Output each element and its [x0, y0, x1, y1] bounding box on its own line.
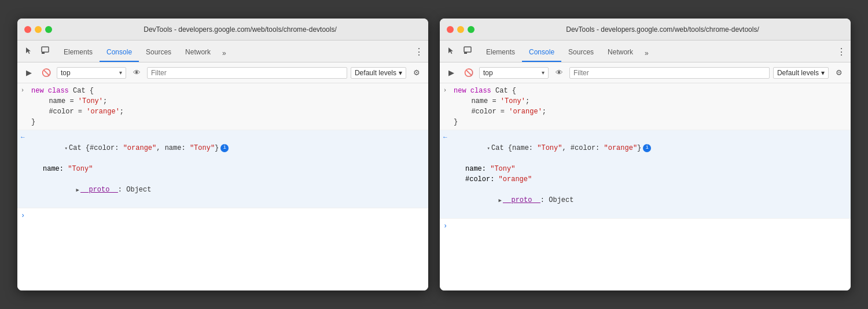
window-title-right: DevTools - developers.google.com/web/too…: [481, 25, 844, 34]
close-button-left[interactable]: [24, 26, 31, 33]
inspect-icon[interactable]: [38, 43, 52, 57]
title-bar-left: DevTools - developers.google.com/web/too…: [17, 19, 428, 41]
info-icon-right[interactable]: i: [643, 144, 651, 152]
filter-area-right: [569, 67, 770, 79]
traffic-lights-right: [447, 26, 475, 33]
cursor-icon[interactable]: [22, 43, 36, 57]
devtools-menu-left[interactable]: ⋮: [414, 46, 424, 62]
tab-icons-right: [444, 43, 475, 62]
tab-elements-left[interactable]: Elements: [57, 43, 100, 62]
tab-icons-left: [22, 43, 52, 62]
proto-arrow-left: ▶: [76, 187, 79, 193]
svg-rect-0: [42, 47, 49, 52]
maximize-button-left[interactable]: [45, 26, 52, 33]
more-tabs-left[interactable]: »: [218, 45, 231, 62]
console-entry-output-left: ← ▾Cat {#color: "orange", name: "Tony"}i…: [17, 130, 428, 208]
eye-icon[interactable]: 👁: [130, 66, 144, 80]
devtools-window-right: DevTools - developers.google.com/web/too…: [440, 19, 851, 290]
input-arrow-icon-left: ›: [21, 86, 24, 95]
tab-bar-right: Elements Console Sources Network » ⋮: [440, 41, 851, 62]
levels-arrow-icon: ▾: [399, 69, 402, 77]
traffic-lights-left: [24, 26, 52, 33]
collapse-arrow-right: ▾: [487, 146, 490, 152]
collapse-arrow-left: ▾: [65, 146, 68, 152]
svg-rect-2: [464, 47, 471, 52]
console-entry-input-right: › new class Cat { name = 'Tony'; #color …: [440, 83, 851, 130]
devtools-menu-right[interactable]: ⋮: [837, 46, 846, 62]
context-selector-left[interactable]: top ▾: [57, 67, 126, 79]
info-icon-left[interactable]: i: [220, 144, 229, 152]
tab-bar-left: Elements Console Sources Network » ⋮: [17, 41, 428, 62]
output-marker-left: ←: [21, 133, 25, 142]
settings-icon[interactable]: ⚙: [410, 66, 424, 80]
levels-arrow-icon-right: ▾: [821, 69, 825, 77]
levels-dropdown-left[interactable]: Default levels ▾: [351, 67, 406, 79]
console-entry-input-left: › new class Cat { name = 'Tony'; #color …: [17, 83, 428, 130]
run-script-icon-right[interactable]: ▶: [444, 66, 458, 80]
close-button-right[interactable]: [447, 26, 454, 33]
console-prompt-left[interactable]: ›: [17, 208, 428, 215]
tab-console-left[interactable]: Console: [100, 43, 139, 62]
filter-input-left[interactable]: [151, 69, 343, 77]
title-bar-right: DevTools - developers.google.com/web/too…: [440, 19, 851, 41]
run-script-icon[interactable]: ▶: [22, 66, 36, 80]
maximize-button-right[interactable]: [468, 26, 475, 33]
clear-console-icon-right[interactable]: 🚫: [462, 66, 476, 80]
tab-sources-right[interactable]: Sources: [561, 43, 601, 62]
prompt-chevron-left: ›: [21, 212, 25, 220]
levels-dropdown-right[interactable]: Default levels ▾: [773, 67, 829, 79]
proto-arrow-right: ▶: [499, 198, 502, 204]
inspect-icon-right[interactable]: [461, 43, 475, 57]
console-content-right[interactable]: › new class Cat { name = 'Tony'; #color …: [440, 83, 851, 290]
context-arrow-icon-right: ▾: [542, 69, 545, 76]
eye-icon-right[interactable]: 👁: [552, 66, 566, 80]
context-selector-right[interactable]: top ▾: [479, 67, 549, 79]
minimize-button-right[interactable]: [457, 26, 464, 33]
filter-input-right[interactable]: [573, 69, 766, 77]
console-entry-output-right: ← ▾Cat {name: "Tony", #color: "orange"}i…: [440, 130, 851, 219]
prompt-chevron-right: ›: [443, 222, 447, 230]
tab-elements-right[interactable]: Elements: [479, 43, 522, 62]
minimize-button-left[interactable]: [35, 26, 42, 33]
console-content-left[interactable]: › new class Cat { name = 'Tony'; #color …: [17, 83, 428, 290]
console-prompt-right[interactable]: ›: [440, 219, 851, 226]
output-marker-right: ←: [443, 133, 447, 142]
more-tabs-right[interactable]: »: [640, 45, 653, 62]
tab-network-right[interactable]: Network: [601, 43, 640, 62]
tab-sources-left[interactable]: Sources: [139, 43, 178, 62]
context-arrow-icon: ▾: [119, 69, 122, 76]
devtools-window-left: DevTools - developers.google.com/web/too…: [17, 19, 428, 290]
tab-console-right[interactable]: Console: [522, 43, 561, 62]
console-toolbar-right: ▶ 🚫 top ▾ 👁 Default levels ▾ ⚙: [440, 62, 851, 83]
clear-console-icon[interactable]: 🚫: [39, 66, 53, 80]
window-title-left: DevTools - developers.google.com/web/too…: [59, 25, 421, 34]
svg-rect-1: [42, 52, 45, 54]
settings-icon-right[interactable]: ⚙: [832, 66, 846, 80]
tab-network-left[interactable]: Network: [178, 43, 218, 62]
console-toolbar-left: ▶ 🚫 top ▾ 👁 Default levels ▾ ⚙: [17, 62, 428, 83]
cursor-icon-right[interactable]: [444, 43, 458, 57]
filter-area-left: [147, 67, 347, 79]
svg-rect-3: [464, 52, 467, 54]
input-arrow-icon-right: ›: [443, 86, 447, 95]
